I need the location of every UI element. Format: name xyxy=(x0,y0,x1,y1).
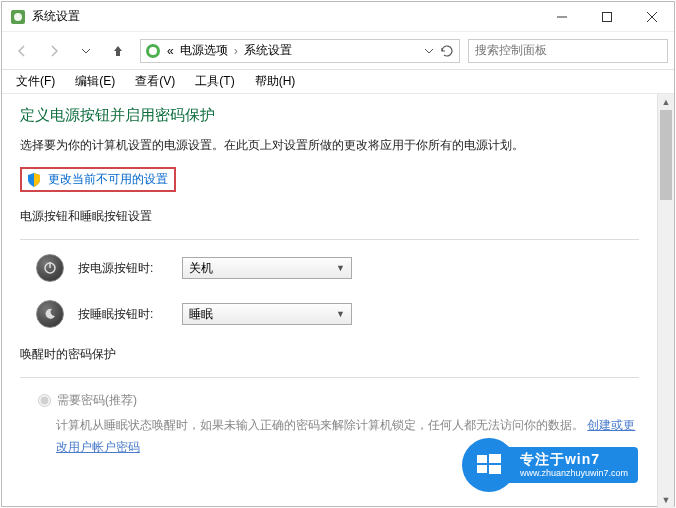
forward-button[interactable] xyxy=(40,37,68,65)
back-button[interactable] xyxy=(8,37,36,65)
breadcrumb-item[interactable]: 电源选项 xyxy=(180,42,228,59)
close-button[interactable] xyxy=(629,2,674,31)
menubar: 文件(F) 编辑(E) 查看(V) 工具(T) 帮助(H) xyxy=(2,70,674,94)
scrollbar[interactable]: ▲ ▼ xyxy=(657,94,674,508)
scroll-thumb[interactable] xyxy=(660,110,672,200)
sleep-button-value: 睡眠 xyxy=(189,306,213,323)
sleep-button-combo[interactable]: 睡眠 ▼ xyxy=(182,303,352,325)
divider xyxy=(20,239,639,240)
svg-point-7 xyxy=(149,47,157,55)
radio-input[interactable] xyxy=(38,394,51,407)
power-button-row: 按电源按钮时: 关机 ▼ xyxy=(36,254,639,282)
svg-rect-3 xyxy=(602,12,611,21)
power-button-combo[interactable]: 关机 ▼ xyxy=(182,257,352,279)
svg-rect-11 xyxy=(489,454,501,463)
svg-rect-12 xyxy=(477,465,487,473)
svg-rect-13 xyxy=(489,465,501,474)
navbar: « 电源选项 › 系统设置 搜索控制面板 xyxy=(2,32,674,70)
breadcrumb-item[interactable]: 系统设置 xyxy=(244,42,292,59)
section-password-label: 唤醒时的密码保护 xyxy=(20,346,639,363)
svg-point-1 xyxy=(14,13,22,21)
menu-tools[interactable]: 工具(T) xyxy=(187,71,242,92)
shield-icon xyxy=(26,172,42,188)
titlebar: 系统设置 xyxy=(2,2,674,32)
window-buttons xyxy=(539,2,674,31)
breadcrumb-separator: › xyxy=(234,44,238,58)
window-title: 系统设置 xyxy=(32,8,539,25)
refresh-icon[interactable] xyxy=(439,43,455,59)
scroll-up-arrow[interactable]: ▲ xyxy=(658,94,674,110)
radio-label: 需要密码(推荐) xyxy=(57,392,137,409)
radio-desc-text: 计算机从睡眠状态唤醒时，如果未输入正确的密码来解除计算机锁定，任何人都无法访问你… xyxy=(56,418,584,432)
menu-view[interactable]: 查看(V) xyxy=(127,71,183,92)
breadcrumb-prefix: « xyxy=(167,44,174,58)
windows-logo-icon xyxy=(462,438,516,492)
search-placeholder: 搜索控制面板 xyxy=(475,42,547,59)
change-settings-highlight: 更改当前不可用的设置 xyxy=(20,167,176,192)
change-unavailable-settings-link[interactable]: 更改当前不可用的设置 xyxy=(48,171,168,188)
search-input[interactable]: 搜索控制面板 xyxy=(468,39,668,63)
chevron-down-icon: ▼ xyxy=(336,263,345,273)
svg-rect-10 xyxy=(477,455,487,463)
power-button-label: 按电源按钮时: xyxy=(78,260,168,277)
power-button-value: 关机 xyxy=(189,260,213,277)
menu-edit[interactable]: 编辑(E) xyxy=(67,71,123,92)
require-password-radio[interactable]: 需要密码(推荐) xyxy=(38,392,639,409)
sleep-icon xyxy=(36,300,64,328)
sleep-button-row: 按睡眠按钮时: 睡眠 ▼ xyxy=(36,300,639,328)
badge-line1: 专注于win7 xyxy=(520,451,600,468)
section-buttons-label: 电源按钮和睡眠按钮设置 xyxy=(20,208,639,225)
window-frame: 系统设置 « xyxy=(1,1,675,507)
page-description: 选择要为你的计算机设置的电源设置。在此页上对设置所做的更改将应用于你所有的电源计… xyxy=(20,135,639,155)
minimize-button[interactable] xyxy=(539,2,584,31)
up-button[interactable] xyxy=(104,37,132,65)
app-icon xyxy=(10,9,26,25)
page-title: 定义电源按钮并启用密码保护 xyxy=(20,106,639,125)
addressbar[interactable]: « 电源选项 › 系统设置 xyxy=(140,39,460,63)
address-dropdown-icon[interactable] xyxy=(421,43,437,59)
menu-file[interactable]: 文件(F) xyxy=(8,71,63,92)
badge-line2: www.zhuanzhuyuwin7.com xyxy=(520,468,628,479)
menu-help[interactable]: 帮助(H) xyxy=(247,71,304,92)
divider xyxy=(20,377,639,378)
sleep-button-label: 按睡眠按钮时: xyxy=(78,306,168,323)
watermark-badge: 专注于win7 www.zhuanzhuyuwin7.com xyxy=(462,438,638,492)
maximize-button[interactable] xyxy=(584,2,629,31)
chevron-down-icon: ▼ xyxy=(336,309,345,319)
power-options-icon xyxy=(145,43,161,59)
scroll-down-arrow[interactable]: ▼ xyxy=(658,492,674,508)
dropdown-history-button[interactable] xyxy=(72,37,100,65)
power-icon xyxy=(36,254,64,282)
